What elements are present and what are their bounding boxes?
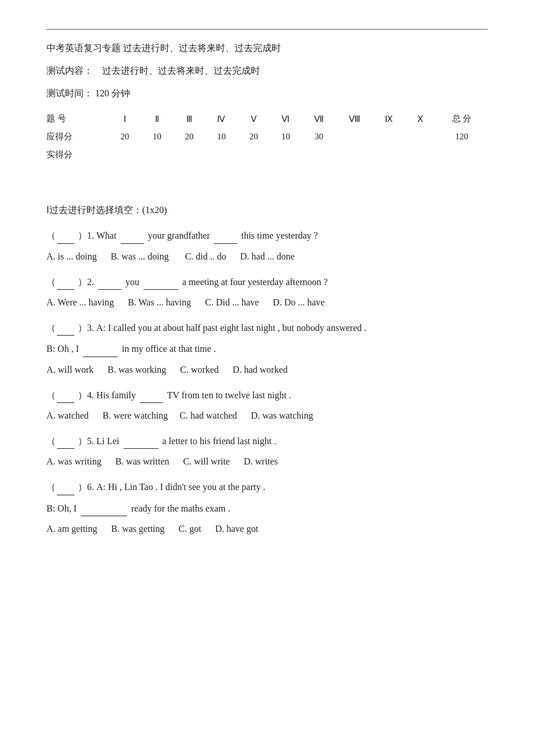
score-actual-4 [205,146,237,164]
score-col-10: Ⅹ [405,110,436,128]
content-info: 测试内容： 过去进行时、过去将来时、过去完成时 [46,63,488,80]
question-6: （ ）6. A: Hi , Lin Tao . I didn't see you… [46,478,488,537]
q4-answer-blank [57,387,74,403]
q6-stem-a: （ ）6. A: Hi , Lin Tao . I didn't see you… [46,478,488,495]
q5-stem: （ ）5. Li Lei a letter to his friend last… [46,433,488,449]
score-expected-5: 20 [237,128,269,146]
q6-stem-b: B: Oh, I ready for the maths exam . [46,500,488,516]
top-divider [46,29,488,30]
section1-title: Ⅰ过去进行时选择填空：(1x20) [46,204,488,217]
score-col-label-1: 题 号 [46,110,109,128]
score-actual-8 [336,146,373,164]
q2-blank1 [98,273,121,290]
score-table: 题 号 Ⅰ Ⅱ Ⅲ Ⅳ Ⅴ Ⅵ Ⅶ Ⅷ Ⅸ Ⅹ 总 分 应得分 20 10 20… [46,110,488,164]
q5-answer-blank [57,433,74,449]
question-2: （ ）2. you a meeting at four yesterday af… [46,273,488,310]
q4-stem: （ ）4. His family TV from ten to twelve l… [46,387,488,403]
score-expected-4: 10 [205,128,237,146]
score-expected-6: 10 [270,128,302,146]
score-row-expected: 应得分 20 10 20 10 20 10 30 120 [46,128,488,146]
score-col-4: Ⅳ [205,110,237,128]
q2-blank2 [143,273,178,290]
score-label-actual: 实得分 [46,146,109,164]
score-col-9: Ⅸ [374,110,405,128]
time-info: 测试时间： 120 分钟 [46,85,488,102]
q6-answer-blank [57,478,74,495]
score-expected-7: 30 [302,128,336,146]
score-actual-3 [173,146,205,164]
q1-stem: （ ）1. What your grandfather this time ye… [46,227,488,243]
score-expected-10 [405,128,436,146]
q3-stem-a: （ ）3. A: I called you at about half past… [46,319,488,336]
score-col-7: Ⅶ [302,110,336,128]
q1-answer-blank [57,227,74,243]
q1-blank2 [214,227,237,243]
q5-blank1 [124,433,158,449]
score-col-6: Ⅵ [270,110,302,128]
content-value: 过去进行时、过去将来时、过去完成时 [102,66,260,75]
time-label: 测试时间： [46,88,93,98]
q4-options: A. watched B. were watching C. had watch… [46,408,488,423]
q4-blank1 [140,387,163,403]
q3-answer-blank [57,319,74,336]
score-col-8: Ⅷ [336,110,373,128]
score-actual-1 [109,146,140,164]
q3-stem-b: B: Oh , I in my office at that time . [46,340,488,357]
question-5: （ ）5. Li Lei a letter to his friend last… [46,433,488,469]
question-4: （ ）4. His family TV from ten to twelve l… [46,387,488,423]
score-row-header: 题 号 Ⅰ Ⅱ Ⅲ Ⅳ Ⅴ Ⅵ Ⅶ Ⅷ Ⅸ Ⅹ 总 分 [46,110,488,128]
q6-options: A. am getting B. was getting C. got D. h… [46,521,488,537]
question-1: （ ）1. What your grandfather this time ye… [46,227,488,264]
q2-stem: （ ）2. you a meeting at four yesterday af… [46,273,488,290]
score-expected-9 [374,128,405,146]
score-row-actual: 实得分 [46,146,488,164]
score-actual-9 [374,146,405,164]
q2-answer-blank [57,273,74,290]
score-expected-3: 20 [173,128,205,146]
score-actual-5 [237,146,269,164]
q6-blank1 [81,500,127,516]
score-actual-2 [141,146,173,164]
q5-options: A. was writing B. was written C. will wr… [46,453,488,469]
q2-options: A. Were ... having B. Was ... having C. … [46,294,488,310]
score-expected-1: 20 [109,128,140,146]
time-value: 120 分钟 [95,88,130,98]
question-3: （ ）3. A: I called you at about half past… [46,319,488,377]
q3-blank1 [83,340,118,357]
main-title: 中考英语复习专题 过去进行时、过去将来时、过去完成时 [46,40,488,57]
score-actual-7 [302,146,336,164]
content-label: 测试内容： [46,66,93,75]
score-actual-10 [405,146,436,164]
score-actual-total [436,146,488,164]
score-col-3: Ⅲ [173,110,205,128]
q3-options: A. will work B. was working C. worked D.… [46,362,488,377]
score-col-total: 总 分 [436,110,488,128]
score-expected-total: 120 [436,128,488,146]
q1-options: A. is ... doing B. was ... doing C. did … [46,249,488,264]
score-actual-6 [270,146,302,164]
score-expected-2: 10 [141,128,173,146]
score-expected-8 [336,128,373,146]
score-col-5: Ⅴ [237,110,269,128]
q1-blank1 [121,227,144,243]
score-col-1: Ⅰ [109,110,140,128]
score-col-2: Ⅱ [141,110,173,128]
score-label-expected: 应得分 [46,128,109,146]
